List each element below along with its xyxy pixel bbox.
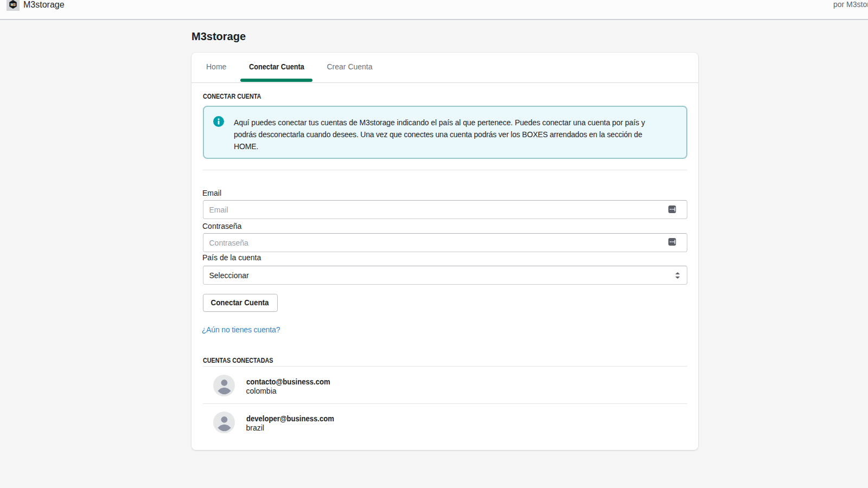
svg-text:M3: M3 [10, 3, 15, 7]
